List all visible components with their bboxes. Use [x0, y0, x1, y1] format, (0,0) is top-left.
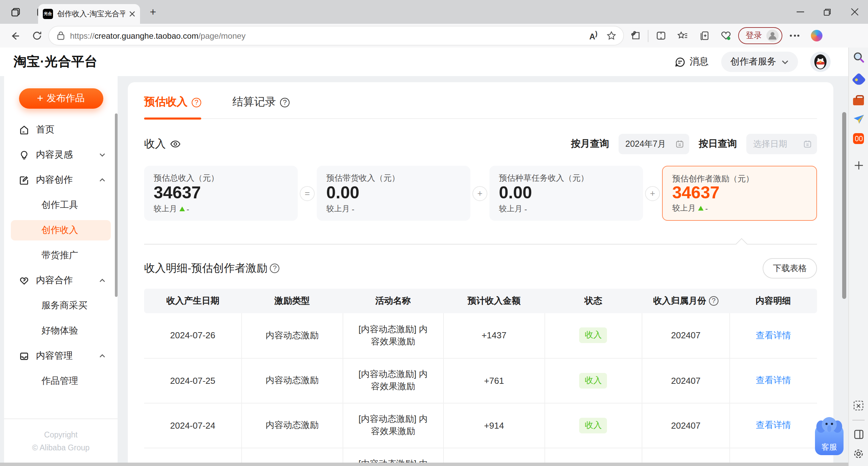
read-aloud-icon[interactable]: A): [589, 30, 597, 41]
more-menu-icon[interactable]: [785, 26, 804, 45]
sidebar-item-works-management[interactable]: 作品管理: [11, 371, 111, 391]
sidebar-item-management[interactable]: 内容管理: [11, 346, 111, 366]
view-detail-link[interactable]: 查看详情: [756, 330, 791, 340]
section-divider: [144, 244, 817, 245]
favorite-star-icon[interactable]: [603, 31, 619, 41]
sidebar-item-creation-income[interactable]: 创作收入: [11, 220, 111, 240]
close-button[interactable]: [841, 0, 868, 24]
chat-bubble-icon: [674, 56, 685, 68]
view-detail-link[interactable]: 查看详情: [756, 420, 791, 430]
sidebar-item-promotion[interactable]: 带货推广: [11, 245, 111, 266]
sidebar-item-creation-tools[interactable]: 创作工具: [11, 195, 111, 215]
minimize-button[interactable]: [786, 0, 814, 24]
toolbar-divider: [648, 30, 648, 42]
toolbox-icon[interactable]: [853, 98, 864, 105]
sidebar-scrollbar[interactable]: [115, 113, 118, 297]
sidebar-item-service-purchase[interactable]: 服务商采买: [11, 295, 111, 316]
screenshot-icon[interactable]: [853, 400, 864, 411]
browser-tab[interactable]: 光合 创作收入-淘宝光合平台: [38, 4, 140, 24]
selected-card-caret: [736, 238, 747, 250]
horizontal-scrollbar[interactable]: [0, 463, 848, 466]
day-picker[interactable]: 选择日期: [746, 134, 817, 154]
chevron-down-icon: [782, 59, 788, 64]
site-logo[interactable]: 淘宝·光合平台: [14, 53, 98, 71]
table-row: 2024-07-26 内容动态激励 [内容动态激励] 内容效果激励 +1437 …: [144, 313, 817, 358]
new-tab-button[interactable]: +: [144, 3, 162, 21]
browser-toolbar: https://creator.guanghe.taobao.com/page/…: [0, 24, 868, 48]
day-query-label: 按日查询: [699, 138, 737, 150]
month-picker[interactable]: 2024年7月: [619, 134, 689, 154]
refresh-icon[interactable]: [27, 26, 46, 45]
publish-button[interactable]: + 发布作品: [19, 88, 103, 109]
copilot-icon[interactable]: [807, 26, 826, 45]
chevron-up-icon: [99, 178, 105, 182]
download-table-button[interactable]: 下载表格: [763, 258, 817, 279]
customer-service-button[interactable]: 客服: [815, 425, 844, 455]
stat-card-creator-incentive[interactable]: 预估创作者激励（元） 34637 较上月-: [662, 166, 817, 221]
tab-close-icon[interactable]: [129, 11, 135, 17]
stat-card-sales-income[interactable]: 预估带货收入（元） 0.00 较上月-: [317, 166, 470, 221]
stat-cards: 预估总收入（元） 34637 较上月- = 预估带货收入（元） 0.00 较上月…: [144, 166, 817, 221]
view-detail-link[interactable]: 查看详情: [756, 375, 791, 385]
extensions-icon[interactable]: [626, 26, 645, 45]
chevron-up-icon: [99, 354, 105, 358]
tab-settlement-records[interactable]: 结算记录 ?: [232, 95, 290, 118]
lock-icon: [57, 31, 65, 40]
profile-avatar-icon: [766, 29, 779, 42]
help-icon[interactable]: ?: [280, 97, 290, 107]
eye-icon[interactable]: [170, 140, 181, 148]
help-icon[interactable]: ?: [192, 97, 201, 107]
favorites-icon[interactable]: [673, 26, 692, 45]
edit-icon: [19, 175, 29, 185]
day-picker-placeholder: 选择日期: [753, 138, 801, 150]
workspaces-icon[interactable]: [5, 3, 26, 21]
side-panel-icon[interactable]: [853, 429, 864, 440]
settings-gear-icon[interactable]: [853, 448, 864, 459]
status-badge: 收入: [579, 417, 607, 433]
sidebar-item-home[interactable]: 首页: [11, 120, 111, 140]
url-text[interactable]: https://creator.guanghe.taobao.com/page/…: [70, 31, 584, 40]
copyright: Copyright © Alibaba Group: [4, 418, 118, 466]
stat-card-total-income[interactable]: 预估总收入（元） 34637 较上月-: [144, 166, 298, 221]
add-sidebar-item-icon[interactable]: [854, 161, 863, 170]
login-label: 登录: [746, 30, 762, 41]
back-icon[interactable]: [5, 26, 24, 45]
user-avatar[interactable]: [810, 52, 831, 72]
plus-operator: +: [645, 186, 660, 201]
page-scrollbar[interactable]: [842, 112, 846, 299]
sidebar-item-product-trial[interactable]: 好物体验: [11, 321, 111, 341]
month-picker-value: 2024年7月: [625, 138, 673, 150]
sidebar-item-cooperation[interactable]: 内容合作: [11, 270, 111, 291]
tab-strip: 光合 创作收入-淘宝光合平台 +: [0, 0, 868, 24]
browser-essentials-icon[interactable]: [716, 26, 735, 45]
stat-card-task-income[interactable]: 预估种草任务收入（元） 0.00 较上月-: [489, 166, 643, 221]
rail-divider: [852, 420, 865, 420]
edge-sidebar-rail: [848, 48, 868, 466]
sidebar: + 发布作品 首页 内容灵感: [4, 76, 118, 466]
address-bar[interactable]: https://creator.guanghe.taobao.com/page/…: [49, 26, 623, 45]
heart-hand-icon: [19, 275, 29, 286]
calendar-icon: [803, 140, 812, 148]
split-screen-icon[interactable]: [651, 26, 670, 45]
shopping-tag-icon[interactable]: [853, 75, 864, 85]
collections-icon[interactable]: [695, 26, 714, 45]
help-icon[interactable]: ?: [270, 264, 280, 273]
month-query-label: 按月查询: [571, 138, 609, 150]
search-icon[interactable]: [853, 52, 864, 63]
main-panel: 预估收入 ? 结算记录 ? 收入: [128, 82, 833, 466]
creator-service-menu[interactable]: 创作者服务: [721, 52, 798, 72]
table-row: 2024-07-24 内容动态激励 [内容动态激励] 内容效果激励 +914 收…: [144, 403, 817, 448]
income-detail-table: 收入产生日期 激励类型 活动名称 预计收入金额 状态 收入归属月份? 内容明细: [144, 289, 817, 466]
tab-estimated-income[interactable]: 预估收入 ?: [144, 95, 201, 118]
restore-button[interactable]: [814, 0, 841, 24]
messages-button[interactable]: 消息: [674, 56, 709, 68]
paper-plane-icon[interactable]: [853, 114, 864, 124]
login-button[interactable]: 登录: [738, 27, 782, 44]
site-header: 淘宝·光合平台 消息 创作者服务: [0, 48, 848, 76]
sidebar-item-inspiration[interactable]: 内容灵感: [11, 145, 111, 165]
help-icon[interactable]: ?: [709, 296, 718, 306]
sidebar-item-creation[interactable]: 内容创作: [11, 170, 111, 190]
col-type: 激励类型: [242, 289, 343, 313]
kuaishou-icon[interactable]: [853, 133, 864, 144]
col-detail: 内容明细: [730, 289, 817, 313]
